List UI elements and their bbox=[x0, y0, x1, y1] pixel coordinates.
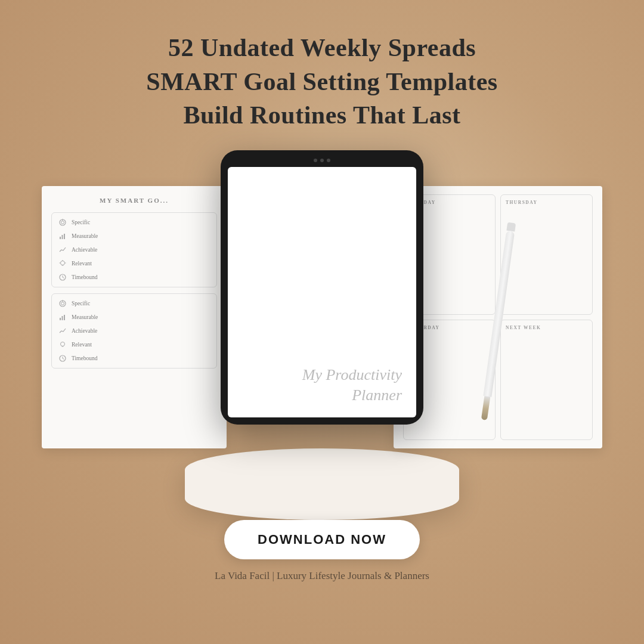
tablet-camera-row bbox=[314, 159, 330, 162]
pedestal bbox=[185, 448, 459, 520]
download-section: DOWNLOAD NOW La Vida Facil | Luxury Life… bbox=[215, 520, 429, 582]
trend-icon bbox=[58, 245, 67, 255]
clock-icon bbox=[58, 273, 67, 282]
smart-item-specific-2: Specific bbox=[58, 299, 210, 308]
smart-goals-page: MY SMART GO... Specific Measurable bbox=[42, 186, 227, 448]
trend-icon-2 bbox=[58, 326, 67, 336]
smart-item-measurable-2: Measurable bbox=[58, 312, 210, 322]
target-icon bbox=[58, 218, 67, 227]
tablet-screen: My Productivity Planner bbox=[228, 167, 416, 417]
camera-dot-1 bbox=[314, 159, 317, 162]
pencil-top bbox=[506, 222, 516, 232]
smart-item-timebound-1: Timebound bbox=[58, 273, 210, 282]
svg-line-13 bbox=[63, 277, 64, 278]
brand-text: La Vida Facil | Luxury Lifestyle Journal… bbox=[215, 570, 429, 582]
svg-rect-4 bbox=[62, 235, 63, 239]
svg-point-15 bbox=[61, 302, 64, 305]
svg-rect-3 bbox=[60, 237, 61, 239]
smart-item-achievable-2: Achievable bbox=[58, 326, 210, 336]
target-icon-2 bbox=[58, 299, 67, 308]
camera-dot-3 bbox=[327, 159, 330, 162]
smart-item-relevant-2: Relevant bbox=[58, 340, 210, 349]
chart-icon-2 bbox=[58, 312, 67, 322]
weekly-cell-nextweek: NEXT WEEK bbox=[500, 320, 593, 440]
smart-section-2: Specific Measurable Achievable bbox=[51, 293, 217, 369]
clock-icon-2 bbox=[58, 354, 67, 363]
smart-page-title: MY SMART GO... bbox=[51, 197, 217, 204]
chart-icon bbox=[58, 231, 67, 241]
headline-line2: SMART Goal Setting Templates bbox=[146, 65, 497, 99]
svg-rect-17 bbox=[60, 318, 61, 320]
weekly-cell-thursday: THURSDAY bbox=[500, 194, 593, 315]
smart-item-relevant-1: Relevant bbox=[58, 259, 210, 268]
smart-section-1: Specific Measurable Achievable bbox=[51, 212, 217, 287]
download-button[interactable]: DOWNLOAD NOW bbox=[224, 520, 420, 559]
smart-item-specific-1: Specific bbox=[58, 218, 210, 227]
bulb-icon-2 bbox=[58, 340, 67, 349]
smart-item-measurable-1: Measurable bbox=[58, 231, 210, 241]
svg-rect-18 bbox=[62, 316, 63, 320]
headline-line1: 52 Undated Weekly Spreads bbox=[146, 31, 497, 65]
svg-point-6 bbox=[61, 261, 65, 265]
svg-point-1 bbox=[61, 221, 64, 224]
camera-dot-2 bbox=[320, 159, 324, 162]
svg-rect-5 bbox=[64, 234, 65, 239]
svg-point-20 bbox=[61, 342, 65, 346]
tablet-device: My Productivity Planner bbox=[221, 150, 423, 425]
svg-rect-19 bbox=[64, 315, 65, 320]
smart-item-timebound-2: Timebound bbox=[58, 354, 210, 363]
headline: 52 Undated Weekly Spreads SMART Goal Set… bbox=[146, 31, 497, 132]
svg-line-24 bbox=[63, 358, 64, 360]
background: 52 Undated Weekly Spreads SMART Goal Set… bbox=[0, 0, 644, 644]
tablet-screen-text: My Productivity Planner bbox=[302, 365, 402, 405]
product-scene: MY SMART GO... Specific Measurable bbox=[24, 150, 620, 484]
bulb-icon bbox=[58, 259, 67, 268]
smart-item-achievable-1: Achievable bbox=[58, 245, 210, 255]
headline-line3: Build Routines That Last bbox=[146, 98, 497, 132]
